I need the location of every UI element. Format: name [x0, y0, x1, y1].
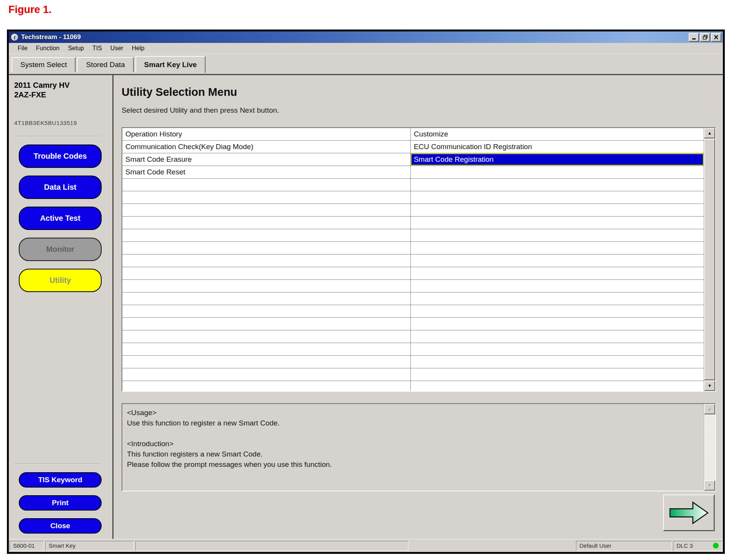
utility-table-row	[122, 343, 704, 356]
utility-cell-empty	[411, 381, 704, 392]
utility-cell-empty	[122, 356, 411, 368]
minimize-button[interactable]	[689, 33, 699, 42]
scroll-down-button[interactable]: ▼	[704, 381, 715, 391]
utility-table-row	[122, 356, 704, 368]
utility-cell-empty	[411, 166, 704, 178]
utility-table-row	[122, 217, 704, 229]
utility-cell-empty	[411, 280, 704, 292]
utility-button[interactable]: Utility	[19, 269, 102, 292]
utility-cell-empty	[411, 217, 704, 229]
menu-help[interactable]: Help	[128, 44, 149, 53]
utility-item-operation-history[interactable]: Operation History	[122, 128, 411, 140]
status-system-code: S600-01	[10, 541, 44, 551]
utility-cell-empty	[122, 267, 411, 279]
menu-user[interactable]: User	[106, 44, 128, 53]
utility-cell-empty	[122, 381, 411, 392]
utility-item-smart-code-reset[interactable]: Smart Code Reset	[122, 166, 411, 178]
menu-tis[interactable]: TIS	[88, 44, 106, 53]
scroll-down-button-disabled: ▼	[704, 480, 715, 491]
usage-scrollbar-disabled: ▲ ▼	[704, 404, 715, 491]
status-user: Default User	[576, 541, 672, 551]
status-system-name: Smart Key	[45, 541, 134, 551]
scrollbar-thumb[interactable]	[704, 139, 715, 380]
utility-table-row: Operation HistoryCustomize	[122, 128, 704, 141]
triangle-up-icon: ▲	[708, 131, 712, 135]
usage-line: <Usage>	[127, 407, 699, 418]
utility-item-customize[interactable]: Customize	[411, 128, 704, 140]
tis-keyword-button[interactable]: TIS Keyword	[19, 472, 102, 488]
sidebar-spacer	[14, 292, 112, 454]
utility-table-row	[122, 242, 704, 255]
vehicle-name-line2: 2AZ-FXE	[14, 90, 112, 100]
utility-cell-empty	[411, 255, 704, 267]
utility-item-smart-code-registration[interactable]: Smart Code Registration	[411, 153, 704, 166]
utility-cell-empty	[411, 356, 704, 368]
utility-cell-empty	[122, 229, 411, 241]
close-button[interactable]: Close	[19, 518, 102, 534]
utility-cell-empty	[122, 292, 411, 305]
page-subtitle: Select desired Utility and then press Ne…	[122, 106, 716, 115]
restore-icon	[703, 35, 708, 39]
status-message	[135, 541, 408, 551]
triangle-up-icon: ▲	[708, 407, 712, 411]
next-button-row	[122, 494, 716, 531]
usage-description-box: <Usage>Use this function to register a n…	[122, 403, 716, 491]
triangle-down-icon: ▼	[708, 483, 712, 488]
tab-smart-key-live[interactable]: Smart Key Live	[135, 56, 206, 73]
active-test-button[interactable]: Active Test	[19, 207, 102, 230]
scroll-up-button[interactable]: ▲	[704, 128, 715, 138]
green-status-dot	[713, 543, 719, 549]
utility-table-row	[122, 318, 704, 330]
utility-cell-empty	[122, 330, 411, 343]
utility-cell-empty	[411, 191, 704, 204]
utility-table-row	[122, 255, 704, 267]
utility-cell-empty	[122, 255, 411, 267]
utility-table-row	[122, 368, 704, 381]
status-bar: S600-01 Smart Key Default User DLC 3	[9, 539, 723, 552]
trouble-codes-button[interactable]: Trouble Codes	[19, 145, 102, 168]
next-button[interactable]	[663, 494, 714, 531]
restore-button[interactable]	[700, 33, 710, 42]
usage-text: <Usage>Use this function to register a n…	[122, 404, 704, 491]
utility-cell-empty	[411, 330, 704, 343]
utility-table-row	[122, 330, 704, 343]
vin-number: 4T1BB3EK5BU133519	[14, 120, 112, 126]
utility-cell-empty	[122, 305, 411, 317]
window-controls	[689, 33, 721, 42]
menu-function[interactable]: Function	[32, 44, 64, 53]
utility-cell-empty	[122, 204, 411, 216]
utility-table-row	[122, 179, 704, 191]
close-button[interactable]	[711, 33, 721, 42]
utility-cell-empty	[122, 280, 411, 292]
tab-bar: System SelectStored DataSmart Key Live	[9, 54, 723, 75]
utility-item-communication-check-key-diag-mode[interactable]: Communication Check(Key Diag Mode)	[122, 141, 411, 153]
green-arrow-right-icon	[665, 498, 712, 528]
utility-table-row	[122, 267, 704, 280]
data-list-button[interactable]: Data List	[19, 176, 102, 199]
utility-cell-empty	[411, 179, 704, 191]
utility-cell-empty	[411, 229, 704, 241]
utility-cell-empty	[122, 179, 411, 191]
tab-stored-data[interactable]: Stored Data	[77, 57, 133, 72]
page-title: Utility Selection Menu	[122, 86, 716, 99]
print-button[interactable]: Print	[19, 495, 102, 511]
tab-system-select[interactable]: System Select	[12, 57, 76, 72]
utility-table-row: Smart Code ErasureSmart Code Registratio…	[122, 153, 704, 166]
utility-cell-empty	[411, 368, 704, 381]
menu-setup[interactable]: Setup	[64, 44, 88, 53]
table-scrollbar[interactable]: ▲ ▼	[704, 128, 715, 391]
utility-table-row: Communication Check(Key Diag Mode)ECU Co…	[122, 141, 704, 153]
usage-line	[127, 428, 699, 438]
utility-rows: Operation HistoryCustomizeCommunication …	[122, 128, 704, 391]
utility-table-row	[122, 229, 704, 242]
utility-item-ecu-communication-id-registration[interactable]: ECU Communication ID Registration	[411, 141, 704, 153]
menu-bar: FileFunctionSetupTISUserHelp	[9, 43, 723, 54]
close-icon	[714, 35, 719, 39]
title-bar: t Techstream - 11069	[9, 31, 723, 43]
utility-item-smart-code-erasure[interactable]: Smart Code Erasure	[122, 153, 411, 166]
menu-file[interactable]: File	[13, 44, 32, 53]
utility-cell-empty	[122, 343, 411, 355]
sidebar: 2011 Camry HV 2AZ-FXE 4T1BB3EK5BU133519 …	[9, 75, 114, 539]
content-area: 2011 Camry HV 2AZ-FXE 4T1BB3EK5BU133519 …	[9, 75, 723, 539]
monitor-button[interactable]: Monitor	[19, 238, 102, 261]
